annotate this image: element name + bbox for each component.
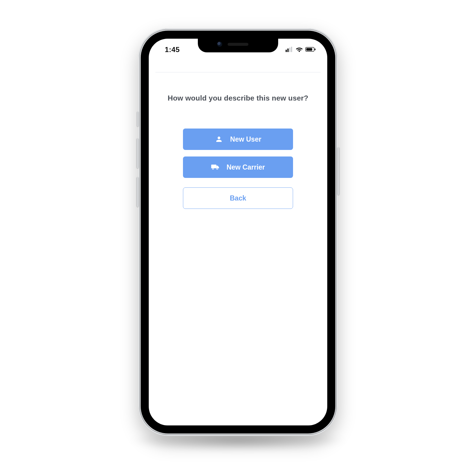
cellular-signal-icon xyxy=(286,47,293,52)
phone-mockup: 1:45 xyxy=(138,28,338,436)
new-carrier-button[interactable]: New Carrier xyxy=(183,156,293,178)
svg-rect-1 xyxy=(287,48,289,52)
new-user-label: New User xyxy=(230,135,262,143)
svg-point-9 xyxy=(213,168,214,169)
volume-down xyxy=(137,177,139,207)
svg-rect-6 xyxy=(306,48,312,51)
svg-rect-7 xyxy=(315,48,316,50)
back-button[interactable]: Back xyxy=(183,187,293,209)
volume-up xyxy=(137,138,139,168)
status-bar: 1:45 xyxy=(149,39,327,58)
person-icon xyxy=(215,135,223,143)
divider xyxy=(155,72,321,73)
status-icons xyxy=(286,47,316,52)
battery-icon xyxy=(305,47,316,52)
svg-rect-0 xyxy=(286,50,287,52)
svg-point-11 xyxy=(217,168,218,169)
truck-icon xyxy=(211,163,219,171)
button-column: New User xyxy=(183,129,293,209)
svg-point-4 xyxy=(299,51,300,52)
back-label: Back xyxy=(230,194,246,202)
svg-rect-3 xyxy=(291,47,292,52)
new-user-button[interactable]: New User xyxy=(183,129,293,150)
wifi-icon xyxy=(296,47,303,52)
mute-switch xyxy=(137,112,139,126)
screen: 1:45 xyxy=(149,39,327,425)
power-button xyxy=(337,147,339,195)
page-title: How would you describe this new user? xyxy=(155,94,321,102)
new-carrier-label: New Carrier xyxy=(226,163,265,171)
phone-body: 1:45 xyxy=(138,28,338,436)
app-content: How would you describe this new user? Ne… xyxy=(149,72,327,209)
status-time: 1:45 xyxy=(165,46,180,54)
svg-rect-2 xyxy=(289,48,290,52)
